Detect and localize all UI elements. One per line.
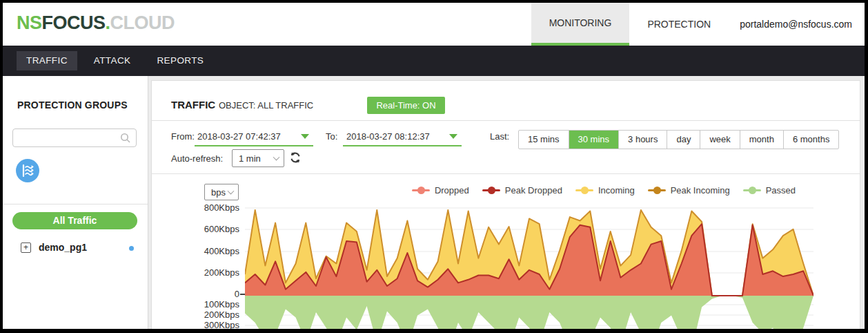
title-divider [152,120,860,121]
legend-item-peak-incoming[interactable]: Peak Incoming [648,185,730,196]
chevron-down-icon [273,154,280,161]
panel-title: TRAFFIC [171,99,215,111]
y-tick-400k: 400Kbps [179,246,239,256]
to-dropdown-arrow-icon[interactable] [449,134,457,139]
group-label[interactable]: demo_pg1 [39,242,87,253]
dropped-marker-icon [412,187,430,194]
expand-plus-icon[interactable]: + [21,242,31,253]
autorefresh-label: Auto-refresh: [171,153,223,164]
main-navbar: TRAFFIC ATTACK REPORTS [3,46,865,76]
traffic-area-chart[interactable] [245,203,813,331]
logo-ns: NS [17,12,42,33]
logo-cloud: CLOUD [110,12,175,33]
filter-divider [152,173,860,174]
tab-protection[interactable]: PROTECTION [629,3,729,46]
header-right: MONITORING PROTECTION portaldemo@nsfocus… [531,3,852,46]
y-tick-200k: 200Kbps [179,267,239,278]
to-datetime-field[interactable]: 2018-03-27 08:12:37 [346,131,430,142]
nav-item-attack[interactable]: ATTACK [84,51,141,70]
realtime-toggle-button[interactable]: Real-Time: ON [367,97,445,114]
autorefresh-select[interactable]: 1 min [232,149,284,167]
account-email[interactable]: portaldemo@nsfocus.com [729,3,852,46]
legend-item-passed[interactable]: Passed [743,185,796,196]
peak-dropped-marker-icon [482,187,500,194]
time-range-group: 15 mins 30 mins 3 hours day week month 6… [518,130,839,149]
logo-dot: . [106,12,110,33]
range-3-hours-button[interactable]: 3 hours [618,131,667,149]
nsfocus-cloud-app: NSFOCUS.CLOUD MONITORING PROTECTION port… [0,0,868,333]
to-label: To: [326,131,337,142]
from-dropdown-arrow-icon[interactable] [301,134,309,139]
object-label: OBJECT: ALL TRAFFIC [219,100,313,111]
unit-value: bps [211,187,226,198]
sidebar-divider [3,204,148,204]
peak-incoming-marker-icon [648,187,666,194]
nav-item-traffic[interactable]: TRAFFIC [17,51,77,70]
chart-legend: Dropped Peak Dropped Incoming Peak Incom… [412,185,796,196]
range-day-button[interactable]: day [667,131,700,149]
all-traffic-button[interactable]: All Traffic [12,212,137,229]
group-row-demo-pg1: + demo_pg1 [3,240,148,257]
autorefresh-value: 1 min [239,153,261,164]
traffic-flow-icon[interactable] [16,159,39,182]
legend-item-dropped[interactable]: Dropped [412,185,469,196]
nsfocus-logo[interactable]: NSFOCUS.CLOUD [17,12,175,34]
range-30-mins-button[interactable]: 30 mins [569,131,619,149]
from-datetime-field[interactable]: 2018-03-27 07:42:37 [197,131,281,142]
from-label: From: [171,131,195,142]
unit-select[interactable]: bps [204,184,239,200]
y-tick-600k: 600Kbps [179,224,239,234]
passed-marker-icon [743,187,761,194]
range-6-months-button[interactable]: 6 months [783,131,838,149]
y-tick-800k: 800Kbps [179,202,239,213]
protection-groups-sidebar: PROTECTION GROUPS All Traffic + d [3,76,148,329]
tab-monitoring[interactable]: MONITORING [531,3,630,46]
group-status-dot [129,246,134,251]
search-box [12,129,137,147]
legend-item-incoming[interactable]: Incoming [575,185,635,196]
sidebar-title: PROTECTION GROUPS [17,99,128,111]
search-input[interactable] [19,130,119,146]
traffic-panel: TRAFFIC OBJECT: ALL TRAFFIC Real-Time: O… [151,80,860,329]
search-icon [120,133,131,144]
incoming-marker-icon [575,187,593,194]
y-tick-zero: 0 [179,289,239,299]
legend-item-peak-dropped[interactable]: Peak Dropped [482,185,562,196]
range-week-button[interactable]: week [700,131,739,149]
range-month-button[interactable]: month [740,131,783,149]
top-header: NSFOCUS.CLOUD MONITORING PROTECTION port… [3,3,865,46]
from-underline [195,145,313,146]
range-15-mins-button[interactable]: 15 mins [519,131,569,149]
last-label: Last: [490,131,509,142]
nav-item-reports[interactable]: REPORTS [147,51,213,70]
y-tick-neg300k: 300Kbps [179,320,239,330]
logo-focus: FOCUS [42,12,106,33]
y-tick-neg200k: 200Kbps [179,310,239,320]
to-underline [343,145,462,146]
chevron-down-icon [228,188,235,195]
refresh-button[interactable] [288,151,302,164]
y-tick-neg100k: 100Kbps [179,299,239,310]
flow-waves-icon [16,159,39,182]
refresh-icon [288,151,302,164]
